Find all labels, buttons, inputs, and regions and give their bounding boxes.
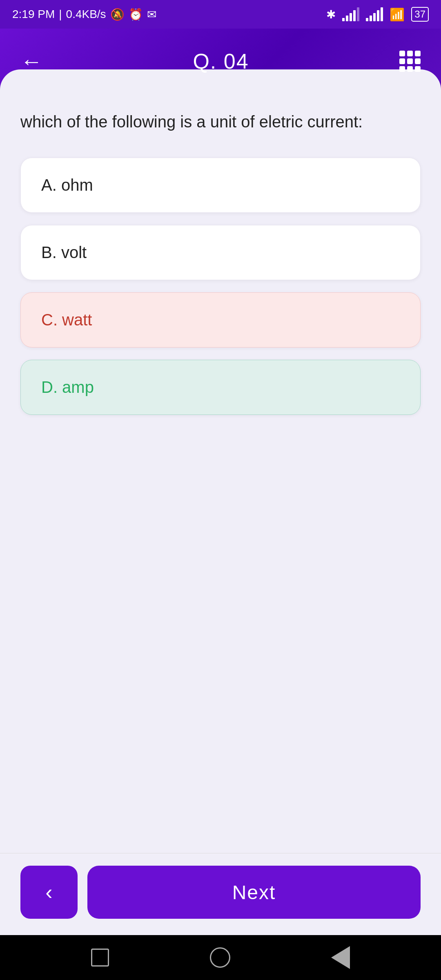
question-text: which of the following is a unit of elet… [20,110,421,133]
option-a-label: A. ohm [41,176,93,194]
next-button[interactable]: Next [87,866,421,919]
option-a[interactable]: A. ohm [20,158,421,213]
recent-apps-button[interactable] [91,949,109,967]
wifi-icon: 📶 [390,7,405,22]
grid-dot [415,58,421,64]
status-left: 2:19 PM | 0.4KB/s 🔕 ⏰ ✉ [12,8,156,21]
network-speed: 0.4KB/s [66,8,106,21]
grid-dot [407,51,413,56]
alarm-icon: ⏰ [129,8,143,21]
option-d[interactable]: D. amp [20,360,421,415]
header: ← Q. 04 [0,29,441,94]
grid-menu-button[interactable] [399,51,421,72]
grid-dot [407,58,413,64]
option-c-label: C. watt [41,311,92,329]
home-button[interactable] [210,947,230,968]
option-d-label: D. amp [41,378,94,396]
grid-dot [407,66,413,72]
bluetooth-icon: ✱ [326,8,336,21]
option-b-label: B. volt [41,243,87,261]
back-button[interactable]: ← [20,49,42,74]
options-list: A. ohm B. volt C. watt D. amp [20,158,421,415]
grid-dot [399,66,405,72]
question-number: Q. 04 [193,49,249,74]
signal-bars-1 [342,7,359,21]
android-nav-bar [0,935,441,980]
option-c[interactable]: C. watt [20,292,421,347]
grid-dot [415,66,421,72]
status-right: ✱ 📶 37 [326,7,429,22]
option-b[interactable]: B. volt [20,225,421,280]
status-bar: 2:19 PM | 0.4KB/s 🔕 ⏰ ✉ ✱ 📶 37 [0,0,441,29]
prev-button[interactable]: ‹ [20,866,78,919]
mute-icon: 🔕 [110,8,125,21]
mail-icon: ✉ [147,8,156,21]
grid-dot [399,51,405,56]
back-nav-button[interactable] [331,946,350,969]
grid-dot [415,51,421,56]
signal-bars-2 [366,7,383,21]
time-display: 2:19 PM [12,8,55,21]
prev-icon: ‹ [45,880,52,904]
bottom-navigation: ‹ Next [0,853,441,935]
main-content: which of the following is a unit of elet… [0,94,441,853]
battery-display: 37 [411,7,429,22]
speed-display: | [59,8,62,21]
grid-dot [399,58,405,64]
